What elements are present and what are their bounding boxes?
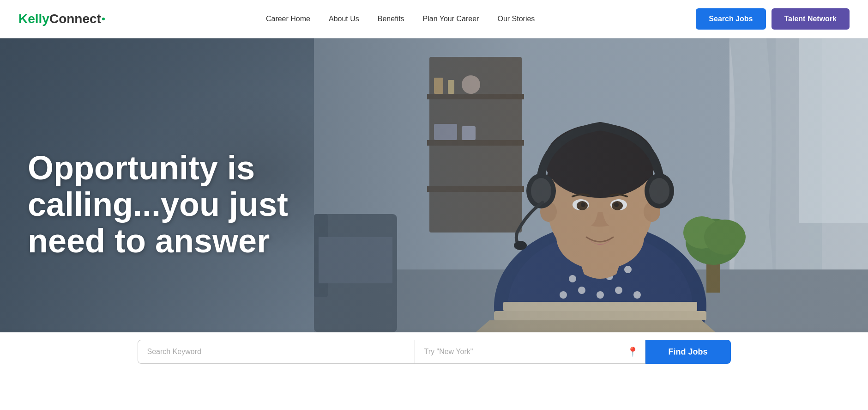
hero-text-block: Opportunity is calling...you just need t…	[28, 150, 295, 260]
logo[interactable]: KellyConnect	[18, 12, 105, 26]
search-jobs-button[interactable]: Search Jobs	[696, 8, 766, 30]
search-keyword-input[interactable]	[138, 340, 415, 364]
nav-about-us[interactable]: About Us	[329, 15, 359, 23]
location-wrapper: 📍	[415, 340, 645, 364]
hero-section: Opportunity is calling...you just need t…	[0, 38, 868, 371]
logo-dot	[102, 18, 105, 20]
nav-benefits[interactable]: Benefits	[378, 15, 404, 23]
main-nav: Career Home About Us Benefits Plan Your …	[266, 15, 535, 23]
search-bar: 📍 Find Jobs	[0, 332, 868, 371]
keyword-wrapper	[138, 340, 415, 364]
talent-network-button[interactable]: Talent Network	[772, 8, 850, 30]
search-location-input[interactable]	[415, 340, 645, 364]
nav-career-home[interactable]: Career Home	[266, 15, 310, 23]
nav-our-stories[interactable]: Our Stories	[497, 15, 535, 23]
nav-plan-career[interactable]: Plan Your Career	[423, 15, 479, 23]
header-buttons: Search Jobs Talent Network	[696, 8, 850, 30]
logo-connect: Connect	[49, 12, 101, 26]
hero-headline: Opportunity is calling...you just need t…	[28, 150, 295, 260]
site-header: KellyConnect Career Home About Us Benefi…	[0, 0, 868, 38]
logo-kelly: Kelly	[18, 12, 49, 26]
find-jobs-button[interactable]: Find Jobs	[645, 340, 731, 364]
